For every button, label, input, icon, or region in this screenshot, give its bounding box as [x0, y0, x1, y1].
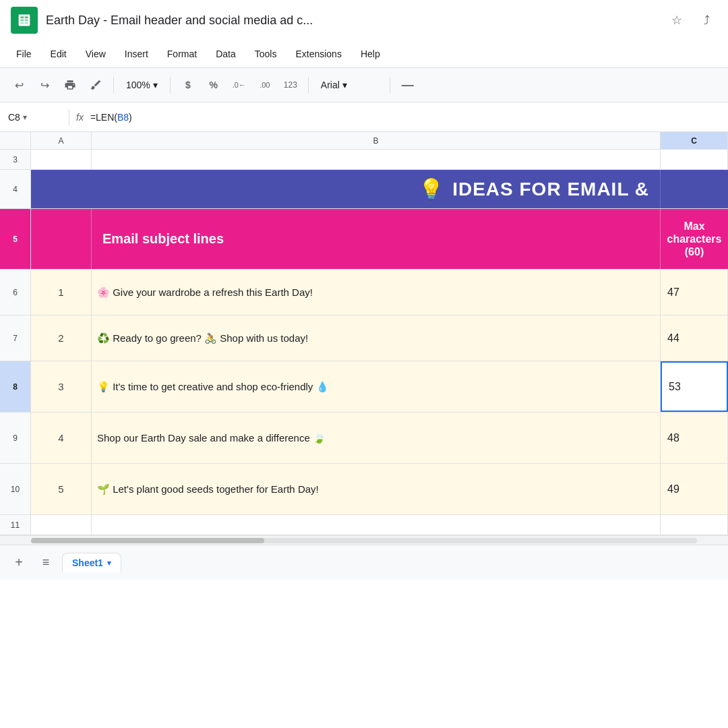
percent-button[interactable]: % — [203, 74, 224, 96]
char-count-4: 48 — [667, 432, 679, 444]
svg-rect-1 — [19, 15, 30, 26]
add-sheet-button[interactable]: + — [8, 552, 30, 574]
cell-b10[interactable]: 🌱 Let's plant good seeds together for Ea… — [92, 464, 661, 514]
row-num-9[interactable]: 9 — [0, 413, 31, 463]
redo-button[interactable]: ↪ — [34, 74, 55, 96]
row-num-11[interactable]: 11 — [0, 515, 31, 535]
cell-b9[interactable]: Shop our Earth Day sale and make a diffe… — [92, 413, 661, 463]
col-header-b[interactable]: B — [92, 132, 661, 149]
menu-extensions[interactable]: Extensions — [287, 44, 349, 63]
cell-b11[interactable] — [92, 515, 661, 535]
cell-a10[interactable]: 5 — [31, 464, 92, 514]
table-row: 11 — [0, 515, 728, 535]
toolbar-divider-1 — [113, 77, 114, 93]
cell-a11[interactable] — [31, 515, 92, 535]
cell-c4[interactable] — [661, 170, 728, 208]
cell-b3[interactable] — [92, 150, 661, 169]
cell-b4[interactable]: 💡 IDEAS FOR EMAIL & — [31, 170, 661, 208]
spreadsheet: A B C 3 4 💡 IDEAS FOR EMAIL & 5 Email su… — [0, 132, 728, 535]
char-count-3: 53 — [669, 381, 681, 393]
undo-button[interactable]: ↩ — [8, 74, 30, 96]
cell-a6[interactable]: 1 — [31, 270, 92, 315]
menu-insert[interactable]: Insert — [117, 44, 156, 63]
menu-format[interactable]: Format — [159, 44, 205, 63]
header-emoji: 💡 — [419, 177, 444, 201]
font-selector[interactable]: Arial ▾ — [315, 77, 383, 93]
formula-cell-ref: B8 — [117, 112, 129, 123]
col-header-a[interactable]: A — [31, 132, 92, 149]
cell-reference[interactable]: C8 ▾ — [8, 112, 62, 123]
cell-a8[interactable]: 3 — [31, 361, 92, 412]
formula-suffix: ) — [129, 112, 132, 123]
print-button[interactable] — [59, 74, 81, 96]
cell-c11[interactable] — [661, 515, 728, 535]
svg-rect-3 — [25, 16, 28, 18]
dec-increase-button[interactable]: .00 — [254, 74, 276, 96]
horizontal-scrollbar[interactable] — [0, 535, 728, 545]
scrollbar-track[interactable] — [31, 538, 697, 543]
folder-button[interactable]: ⤴ — [696, 9, 717, 31]
char-count-2: 44 — [667, 332, 679, 344]
zoom-selector[interactable]: 100% ▾ — [121, 77, 163, 93]
row-num-8[interactable]: 8 — [0, 361, 31, 412]
format-number-button[interactable]: 123 — [280, 74, 301, 96]
cell-c5[interactable]: Max characters (60) — [661, 209, 728, 269]
subject-line-5: 🌱 Let's plant good seeds together for Ea… — [97, 483, 319, 495]
row-num-5[interactable]: 5 — [0, 209, 31, 269]
menu-bar: File Edit View Insert Format Data Tools … — [0, 40, 728, 67]
menu-view[interactable]: View — [78, 44, 114, 63]
svg-rect-2 — [20, 16, 24, 18]
formula-bar: C8 ▾ fx =LEN(B8) — [0, 102, 728, 132]
cell-c6[interactable]: 47 — [661, 270, 728, 315]
menu-tools[interactable]: Tools — [247, 44, 285, 63]
cell-b5[interactable]: Email subject lines — [92, 209, 661, 269]
header-text: IDEAS FOR EMAIL & — [452, 179, 649, 200]
subject-lines-label: Email subject lines — [102, 231, 224, 247]
cell-c7[interactable]: 44 — [661, 315, 728, 361]
star-button[interactable]: ☆ — [666, 9, 688, 31]
row-num-3[interactable]: 3 — [0, 150, 31, 169]
cell-b6[interactable]: 🌸 Give your wardrobe a refresh this Eart… — [92, 270, 661, 315]
cell-c10[interactable]: 49 — [661, 464, 728, 514]
currency-button[interactable]: $ — [177, 74, 199, 96]
cell-c8[interactable]: 53 — [661, 361, 728, 412]
sheet-tab-1[interactable]: Sheet1 ▾ — [62, 553, 121, 572]
cell-a5[interactable] — [31, 209, 92, 269]
col-header-c[interactable]: C — [661, 132, 728, 149]
row-num-7[interactable]: 7 — [0, 315, 31, 361]
cell-b8[interactable]: 💡 It's time to get creative and shop eco… — [92, 361, 661, 412]
cell-b7[interactable]: ♻️ Ready to go green? 🚴 Shop with us tod… — [92, 315, 661, 361]
subject-line-1: 🌸 Give your wardrobe a refresh this Eart… — [97, 286, 313, 299]
row-num-4[interactable]: 4 — [0, 170, 31, 208]
formula-content[interactable]: =LEN(B8) — [90, 112, 720, 123]
row-num-6[interactable]: 6 — [0, 270, 31, 315]
formula-prefix: =LEN( — [90, 112, 117, 123]
menu-file[interactable]: File — [8, 44, 40, 63]
menu-edit[interactable]: Edit — [42, 44, 75, 63]
row-num-10[interactable]: 10 — [0, 464, 31, 514]
menu-help[interactable]: Help — [353, 44, 388, 63]
cell-c9[interactable]: 48 — [661, 413, 728, 463]
row-index-5: 5 — [58, 483, 63, 495]
cell-a7[interactable]: 2 — [31, 315, 92, 361]
table-row: 5 Email subject lines Max characters (60… — [0, 209, 728, 270]
subject-line-2: ♻️ Ready to go green? 🚴 Shop with us tod… — [97, 332, 308, 344]
sheet-menu-button[interactable]: ≡ — [35, 552, 57, 574]
row-index-2: 2 — [58, 332, 63, 344]
menu-data[interactable]: Data — [208, 44, 244, 63]
dec-decrease-button[interactable]: .0← — [229, 74, 250, 96]
zoom-value: 100% — [126, 80, 150, 90]
minus-button[interactable]: — — [397, 74, 419, 96]
scrollbar-thumb[interactable] — [31, 538, 264, 543]
toolbar: ↩ ↪ 100% ▾ $ % .0← .00 123 Arial ▾ — — [0, 67, 728, 102]
format-paint-button[interactable] — [85, 74, 107, 96]
cell-c3[interactable] — [661, 150, 728, 169]
bottom-bar: + ≡ Sheet1 ▾ — [0, 545, 728, 580]
column-headers: A B C — [0, 132, 728, 150]
svg-rect-5 — [25, 20, 28, 22]
fx-label: fx — [76, 112, 84, 123]
table-row: 10 5 🌱 Let's plant good seeds together f… — [0, 464, 728, 515]
subject-line-3: 💡 It's time to get creative and shop eco… — [97, 381, 329, 393]
cell-a3[interactable] — [31, 150, 92, 169]
cell-a9[interactable]: 4 — [31, 413, 92, 463]
